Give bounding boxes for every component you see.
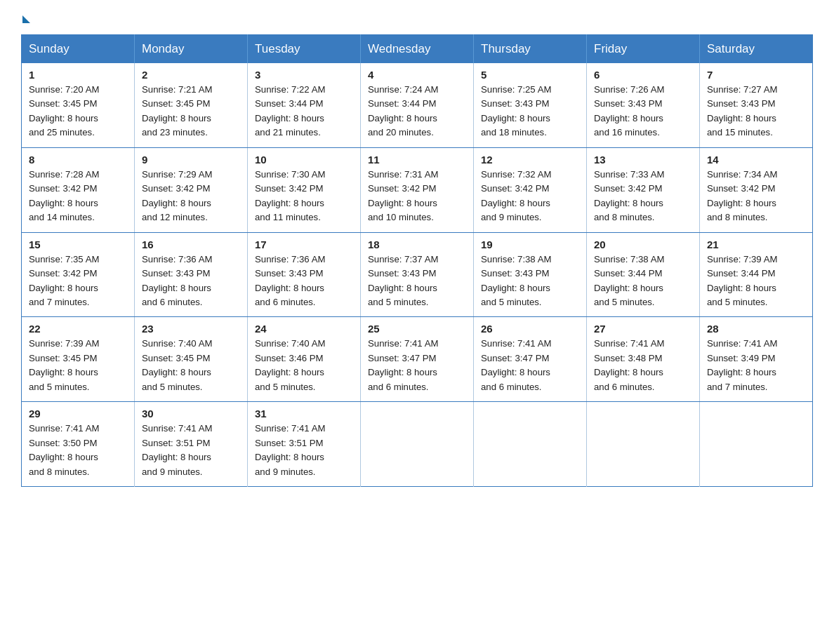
day-number: 24 bbox=[255, 323, 353, 335]
day-number: 10 bbox=[255, 154, 353, 166]
day-number: 23 bbox=[142, 323, 240, 335]
calendar-cell bbox=[361, 402, 474, 487]
day-number: 14 bbox=[707, 154, 805, 166]
weekday-header-row: SundayMondayTuesdayWednesdayThursdayFrid… bbox=[22, 35, 813, 64]
day-info: Sunrise: 7:28 AMSunset: 3:42 PMDaylight:… bbox=[29, 169, 99, 222]
calendar-cell: 5 Sunrise: 7:25 AMSunset: 3:43 PMDayligh… bbox=[474, 63, 587, 147]
day-info: Sunrise: 7:34 AMSunset: 3:42 PMDaylight:… bbox=[707, 169, 777, 222]
calendar-cell: 24 Sunrise: 7:40 AMSunset: 3:46 PMDaylig… bbox=[248, 317, 361, 402]
calendar-cell: 4 Sunrise: 7:24 AMSunset: 3:44 PMDayligh… bbox=[361, 63, 474, 147]
day-number: 7 bbox=[707, 69, 805, 81]
calendar-cell: 30 Sunrise: 7:41 AMSunset: 3:51 PMDaylig… bbox=[135, 402, 248, 487]
day-number: 12 bbox=[481, 154, 579, 166]
calendar-cell bbox=[474, 402, 587, 487]
day-info: Sunrise: 7:22 AMSunset: 3:44 PMDaylight:… bbox=[255, 84, 325, 137]
day-number: 28 bbox=[707, 323, 805, 335]
day-info: Sunrise: 7:41 AMSunset: 3:48 PMDaylight:… bbox=[594, 338, 664, 391]
calendar-cell: 29 Sunrise: 7:41 AMSunset: 3:50 PMDaylig… bbox=[22, 402, 135, 487]
day-info: Sunrise: 7:41 AMSunset: 3:47 PMDaylight:… bbox=[481, 338, 551, 391]
logo-triangle-icon bbox=[22, 15, 30, 23]
calendar-cell: 8 Sunrise: 7:28 AMSunset: 3:42 PMDayligh… bbox=[22, 147, 135, 232]
day-number: 19 bbox=[481, 239, 579, 250]
day-info: Sunrise: 7:41 AMSunset: 3:47 PMDaylight:… bbox=[368, 338, 438, 391]
calendar-cell: 15 Sunrise: 7:35 AMSunset: 3:42 PMDaylig… bbox=[22, 232, 135, 317]
calendar-cell: 14 Sunrise: 7:34 AMSunset: 3:42 PMDaylig… bbox=[700, 147, 813, 232]
calendar-cell: 28 Sunrise: 7:41 AMSunset: 3:49 PMDaylig… bbox=[700, 317, 813, 402]
day-info: Sunrise: 7:29 AMSunset: 3:42 PMDaylight:… bbox=[142, 169, 212, 222]
calendar-cell: 31 Sunrise: 7:41 AMSunset: 3:51 PMDaylig… bbox=[248, 402, 361, 487]
calendar-cell: 21 Sunrise: 7:39 AMSunset: 3:44 PMDaylig… bbox=[700, 232, 813, 317]
day-number: 22 bbox=[29, 323, 127, 335]
day-number: 30 bbox=[142, 408, 240, 420]
day-number: 5 bbox=[481, 69, 579, 81]
weekday-header-tuesday: Tuesday bbox=[248, 35, 361, 64]
day-info: Sunrise: 7:36 AMSunset: 3:43 PMDaylight:… bbox=[255, 254, 325, 307]
day-info: Sunrise: 7:30 AMSunset: 3:42 PMDaylight:… bbox=[255, 169, 325, 222]
day-info: Sunrise: 7:31 AMSunset: 3:42 PMDaylight:… bbox=[368, 169, 438, 222]
day-info: Sunrise: 7:39 AMSunset: 3:45 PMDaylight:… bbox=[29, 338, 99, 391]
calendar-cell: 9 Sunrise: 7:29 AMSunset: 3:42 PMDayligh… bbox=[135, 147, 248, 232]
day-info: Sunrise: 7:41 AMSunset: 3:50 PMDaylight:… bbox=[29, 423, 99, 476]
day-number: 1 bbox=[29, 69, 127, 81]
day-number: 20 bbox=[594, 239, 692, 250]
calendar-cell: 22 Sunrise: 7:39 AMSunset: 3:45 PMDaylig… bbox=[22, 317, 135, 402]
weekday-header-saturday: Saturday bbox=[700, 35, 813, 64]
day-info: Sunrise: 7:20 AMSunset: 3:45 PMDaylight:… bbox=[29, 84, 99, 137]
day-number: 21 bbox=[707, 239, 805, 250]
day-info: Sunrise: 7:40 AMSunset: 3:46 PMDaylight:… bbox=[255, 338, 325, 391]
day-info: Sunrise: 7:41 AMSunset: 3:51 PMDaylight:… bbox=[142, 423, 212, 476]
calendar-cell: 3 Sunrise: 7:22 AMSunset: 3:44 PMDayligh… bbox=[248, 63, 361, 147]
calendar-cell: 27 Sunrise: 7:41 AMSunset: 3:48 PMDaylig… bbox=[587, 317, 700, 402]
page-header bbox=[21, 14, 813, 22]
day-info: Sunrise: 7:41 AMSunset: 3:49 PMDaylight:… bbox=[707, 338, 777, 391]
day-info: Sunrise: 7:21 AMSunset: 3:45 PMDaylight:… bbox=[142, 84, 212, 137]
calendar-cell bbox=[587, 402, 700, 487]
day-number: 4 bbox=[368, 69, 466, 81]
day-number: 11 bbox=[368, 154, 466, 166]
day-number: 3 bbox=[255, 69, 353, 81]
day-info: Sunrise: 7:38 AMSunset: 3:43 PMDaylight:… bbox=[481, 254, 551, 307]
day-number: 6 bbox=[594, 69, 692, 81]
calendar-cell: 23 Sunrise: 7:40 AMSunset: 3:45 PMDaylig… bbox=[135, 317, 248, 402]
day-number: 29 bbox=[29, 408, 127, 420]
day-number: 25 bbox=[368, 323, 466, 335]
week-row-3: 15 Sunrise: 7:35 AMSunset: 3:42 PMDaylig… bbox=[22, 232, 813, 317]
week-row-2: 8 Sunrise: 7:28 AMSunset: 3:42 PMDayligh… bbox=[22, 147, 813, 232]
day-number: 2 bbox=[142, 69, 240, 81]
calendar-cell: 16 Sunrise: 7:36 AMSunset: 3:43 PMDaylig… bbox=[135, 232, 248, 317]
week-row-5: 29 Sunrise: 7:41 AMSunset: 3:50 PMDaylig… bbox=[22, 402, 813, 487]
calendar-cell: 13 Sunrise: 7:33 AMSunset: 3:42 PMDaylig… bbox=[587, 147, 700, 232]
calendar-cell: 6 Sunrise: 7:26 AMSunset: 3:43 PMDayligh… bbox=[587, 63, 700, 147]
calendar-cell: 17 Sunrise: 7:36 AMSunset: 3:43 PMDaylig… bbox=[248, 232, 361, 317]
weekday-header-monday: Monday bbox=[135, 35, 248, 64]
day-number: 26 bbox=[481, 323, 579, 335]
week-row-4: 22 Sunrise: 7:39 AMSunset: 3:45 PMDaylig… bbox=[22, 317, 813, 402]
day-info: Sunrise: 7:27 AMSunset: 3:43 PMDaylight:… bbox=[707, 84, 777, 137]
day-info: Sunrise: 7:39 AMSunset: 3:44 PMDaylight:… bbox=[707, 254, 777, 307]
day-number: 27 bbox=[594, 323, 692, 335]
calendar-cell: 19 Sunrise: 7:38 AMSunset: 3:43 PMDaylig… bbox=[474, 232, 587, 317]
day-info: Sunrise: 7:36 AMSunset: 3:43 PMDaylight:… bbox=[142, 254, 212, 307]
calendar-cell bbox=[700, 402, 813, 487]
day-info: Sunrise: 7:35 AMSunset: 3:42 PMDaylight:… bbox=[29, 254, 99, 307]
day-info: Sunrise: 7:32 AMSunset: 3:42 PMDaylight:… bbox=[481, 169, 551, 222]
calendar-cell: 1 Sunrise: 7:20 AMSunset: 3:45 PMDayligh… bbox=[22, 63, 135, 147]
day-info: Sunrise: 7:38 AMSunset: 3:44 PMDaylight:… bbox=[594, 254, 664, 307]
day-number: 18 bbox=[368, 239, 466, 250]
weekday-header-wednesday: Wednesday bbox=[361, 35, 474, 64]
calendar-cell: 11 Sunrise: 7:31 AMSunset: 3:42 PMDaylig… bbox=[361, 147, 474, 232]
weekday-header-thursday: Thursday bbox=[474, 35, 587, 64]
day-info: Sunrise: 7:33 AMSunset: 3:42 PMDaylight:… bbox=[594, 169, 664, 222]
calendar-cell: 7 Sunrise: 7:27 AMSunset: 3:43 PMDayligh… bbox=[700, 63, 813, 147]
day-number: 15 bbox=[29, 239, 127, 250]
day-number: 8 bbox=[29, 154, 127, 166]
day-number: 31 bbox=[255, 408, 353, 420]
day-number: 16 bbox=[142, 239, 240, 250]
day-info: Sunrise: 7:26 AMSunset: 3:43 PMDaylight:… bbox=[594, 84, 664, 137]
day-info: Sunrise: 7:24 AMSunset: 3:44 PMDaylight:… bbox=[368, 84, 438, 137]
calendar-table: SundayMondayTuesdayWednesdayThursdayFrid… bbox=[21, 34, 813, 487]
calendar-cell: 12 Sunrise: 7:32 AMSunset: 3:42 PMDaylig… bbox=[474, 147, 587, 232]
calendar-cell: 18 Sunrise: 7:37 AMSunset: 3:43 PMDaylig… bbox=[361, 232, 474, 317]
day-number: 13 bbox=[594, 154, 692, 166]
day-info: Sunrise: 7:40 AMSunset: 3:45 PMDaylight:… bbox=[142, 338, 212, 391]
